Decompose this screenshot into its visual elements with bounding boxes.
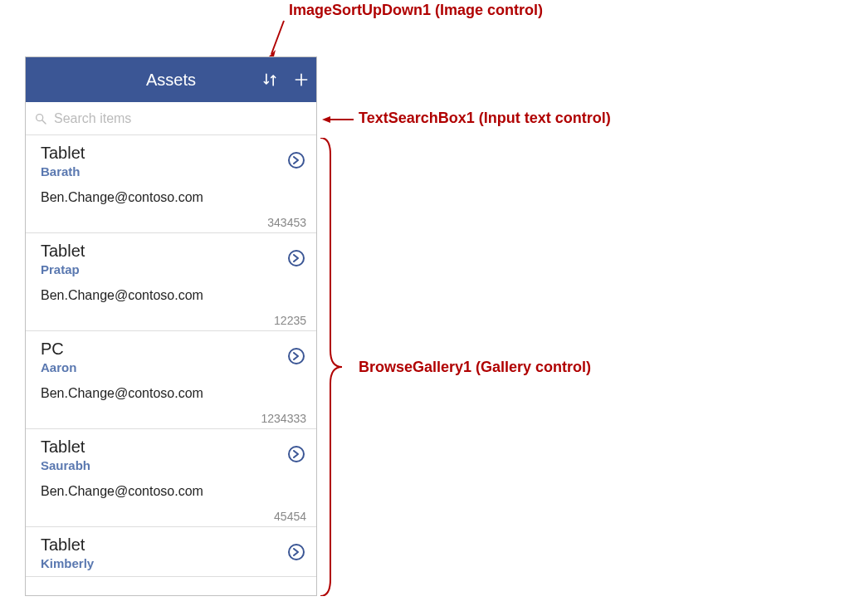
item-open-icon[interactable] [288, 152, 305, 169]
svg-marker-5 [322, 116, 330, 123]
list-item[interactable]: PC Aaron Ben.Change@contoso.com 1234333 [26, 331, 316, 429]
item-id: 343453 [267, 216, 306, 229]
item-title: Tablet [41, 144, 305, 163]
search-icon [34, 112, 47, 125]
sort-icon[interactable] [261, 71, 278, 88]
list-item[interactable]: Tablet Saurabh Ben.Change@contoso.com 45… [26, 429, 316, 527]
add-icon[interactable] [293, 71, 310, 88]
item-name: Pratap [41, 262, 305, 276]
item-id: 1234333 [261, 412, 306, 425]
header: Assets [26, 57, 316, 102]
item-email: Ben.Change@contoso.com [41, 484, 305, 499]
annotation-arrow-search [322, 113, 355, 126]
item-name: Barath [41, 164, 305, 178]
item-title: Tablet [41, 535, 305, 555]
item-email: Ben.Change@contoso.com [41, 288, 305, 303]
header-actions [261, 71, 310, 88]
annotation-gallery: BrowseGallery1 (Gallery control) [359, 359, 591, 376]
item-open-icon[interactable] [288, 446, 305, 462]
list-item[interactable]: Tablet Pratap Ben.Change@contoso.com 122… [26, 233, 316, 331]
item-id: 45454 [274, 510, 306, 523]
item-name: Aaron [41, 360, 305, 374]
item-id: 12235 [274, 314, 306, 327]
list-item[interactable]: Tablet Barath Ben.Change@contoso.com 343… [26, 135, 316, 233]
annotation-arrow-sort [267, 17, 292, 58]
search-box[interactable] [26, 102, 316, 135]
app-panel: Assets Tablet Barath Ben.Change@contoso.… [25, 56, 317, 596]
item-title: Tablet [41, 242, 305, 261]
item-email: Ben.Change@contoso.com [41, 386, 305, 401]
search-input[interactable] [54, 111, 308, 126]
svg-line-0 [271, 21, 284, 54]
annotation-search: TextSearchBox1 (Input text control) [359, 110, 611, 127]
annotation-sort: ImageSortUpDown1 (Image control) [289, 2, 543, 19]
item-email: Ben.Change@contoso.com [41, 190, 305, 205]
item-title: Tablet [41, 438, 305, 457]
svg-line-3 [42, 120, 46, 124]
list-item[interactable]: Tablet Kimberly [26, 527, 316, 577]
item-open-icon[interactable] [288, 250, 305, 266]
annotation-brace-gallery [319, 138, 344, 596]
page-title: Assets [146, 71, 196, 90]
item-name: Kimberly [41, 556, 305, 570]
item-name: Saurabh [41, 458, 305, 472]
item-open-icon[interactable] [288, 544, 305, 560]
browse-gallery: Tablet Barath Ben.Change@contoso.com 343… [26, 135, 316, 577]
svg-point-2 [37, 114, 43, 120]
item-open-icon[interactable] [288, 348, 305, 364]
item-title: PC [41, 340, 305, 359]
